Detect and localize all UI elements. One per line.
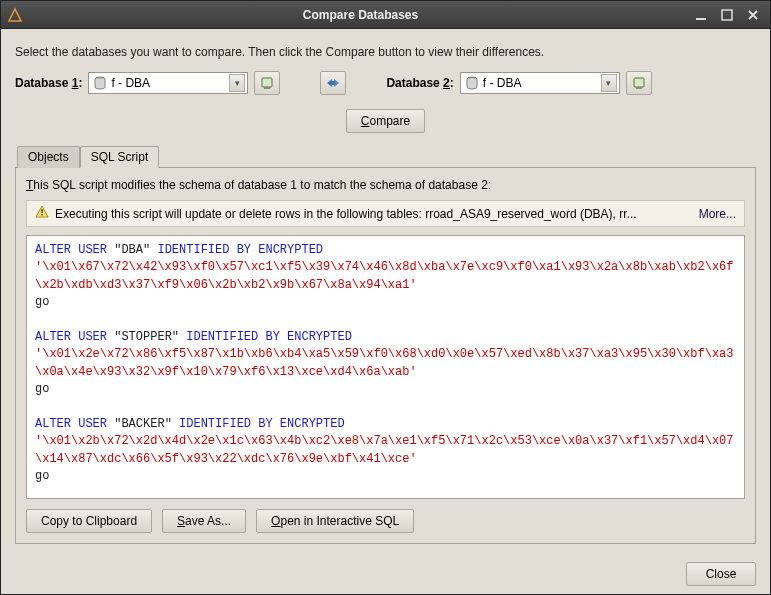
client-area: Select the databases you want to compare… bbox=[1, 29, 770, 554]
tab-sql-script[interactable]: SQL Script bbox=[80, 146, 160, 168]
compare-row: Compare bbox=[15, 109, 756, 133]
sql-go-line: go bbox=[35, 381, 736, 398]
warning-bar: Executing this script will update or del… bbox=[26, 200, 745, 227]
footer: Close bbox=[1, 554, 770, 594]
svg-rect-8 bbox=[41, 209, 42, 213]
db1-label: Database 1: bbox=[15, 76, 82, 90]
db1-combo[interactable]: f - DBA ▾ bbox=[88, 72, 248, 94]
compare-databases-window: Compare Databases Select the databases y… bbox=[0, 0, 771, 595]
sql-hex-literal: '\x01\x2b\x72\x2d\x4d\x2e\x1c\x63\x4b\xc… bbox=[35, 433, 736, 468]
db1-connect-button[interactable] bbox=[254, 71, 280, 95]
sql-script-panel: This SQL script modifies the schema of d… bbox=[15, 167, 756, 544]
copy-to-clipboard-button[interactable]: Copy to Clipboard bbox=[26, 509, 152, 533]
window-controls bbox=[690, 6, 764, 24]
sql-hex-literal: '\x01\x2e\x72\x86\xf5\x87\x1b\xb6\xb4\xa… bbox=[35, 346, 736, 381]
chevron-down-icon[interactable]: ▾ bbox=[229, 74, 245, 92]
sql-alter-line: ALTER USER "DBA" IDENTIFIED BY ENCRYPTED bbox=[35, 242, 736, 259]
minimize-button[interactable] bbox=[690, 6, 712, 24]
maximize-button[interactable] bbox=[716, 6, 738, 24]
svg-rect-3 bbox=[262, 78, 272, 87]
database-row: Database 1: f - DBA ▾ Database 2: bbox=[15, 71, 756, 95]
warning-icon bbox=[35, 205, 49, 222]
swap-databases-button[interactable] bbox=[320, 71, 346, 95]
save-as-button[interactable]: Save As... bbox=[162, 509, 246, 533]
blank-line bbox=[35, 312, 736, 329]
database-icon bbox=[93, 76, 107, 90]
svg-rect-7 bbox=[636, 87, 642, 89]
tabs: Objects SQL Script bbox=[17, 146, 756, 168]
sql-alter-line: ALTER USER "STOPPER" IDENTIFIED BY ENCRY… bbox=[35, 329, 736, 346]
db1-value: f - DBA bbox=[111, 76, 229, 90]
chevron-down-icon[interactable]: ▾ bbox=[601, 74, 617, 92]
svg-rect-9 bbox=[41, 214, 42, 215]
svg-rect-4 bbox=[264, 87, 270, 89]
db2-connect-button[interactable] bbox=[626, 71, 652, 95]
app-icon bbox=[7, 7, 23, 23]
compare-button[interactable]: Compare bbox=[346, 109, 425, 133]
panel-description: This SQL script modifies the schema of d… bbox=[26, 178, 745, 192]
sql-go-line: go bbox=[35, 468, 736, 485]
db2-value: f - DBA bbox=[483, 76, 601, 90]
sql-script-textarea[interactable]: ALTER USER "DBA" IDENTIFIED BY ENCRYPTED… bbox=[26, 235, 745, 499]
tab-objects[interactable]: Objects bbox=[17, 146, 80, 168]
close-window-button[interactable] bbox=[742, 6, 764, 24]
svg-rect-6 bbox=[634, 78, 644, 87]
title-bar: Compare Databases bbox=[1, 1, 770, 29]
database-icon bbox=[465, 76, 479, 90]
close-button[interactable]: Close bbox=[686, 562, 756, 586]
window-title: Compare Databases bbox=[31, 8, 690, 22]
blank-line bbox=[35, 399, 736, 416]
sql-alter-line: ALTER USER "BACKER" IDENTIFIED BY ENCRYP… bbox=[35, 416, 736, 433]
warning-text: Executing this script will update or del… bbox=[55, 207, 693, 221]
warning-more-link[interactable]: More... bbox=[699, 207, 736, 221]
panel-button-row: Copy to Clipboard Save As... Open in Int… bbox=[26, 509, 745, 533]
open-in-isql-button[interactable]: Open in Interactive SQL bbox=[256, 509, 414, 533]
instruction-text: Select the databases you want to compare… bbox=[15, 45, 756, 59]
svg-rect-0 bbox=[696, 18, 706, 20]
db2-label: Database 2: bbox=[386, 76, 453, 90]
db2-combo[interactable]: f - DBA ▾ bbox=[460, 72, 620, 94]
svg-rect-1 bbox=[722, 10, 732, 20]
sql-go-line: go bbox=[35, 294, 736, 311]
sql-hex-literal: '\x01\x67\x72\x42\x93\xf0\x57\xc1\xf5\x3… bbox=[35, 259, 736, 294]
